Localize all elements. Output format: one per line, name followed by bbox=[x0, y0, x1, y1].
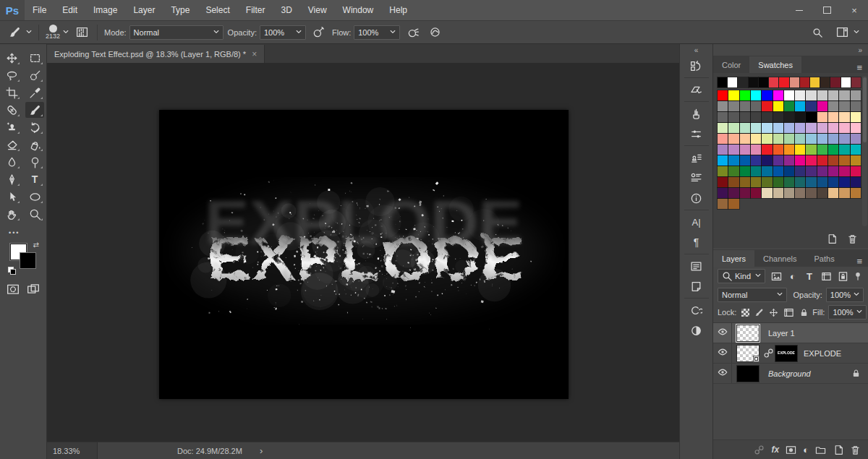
swatch[interactable] bbox=[851, 155, 861, 166]
swatch[interactable] bbox=[806, 123, 816, 133]
lock-paint-icon[interactable] bbox=[754, 308, 764, 317]
swatch[interactable] bbox=[806, 90, 816, 100]
swatch[interactable] bbox=[728, 101, 739, 111]
swatch[interactable] bbox=[839, 90, 849, 100]
swatch[interactable] bbox=[795, 112, 805, 122]
blur-tool[interactable] bbox=[2, 154, 21, 170]
swatch[interactable] bbox=[795, 123, 805, 133]
swatch[interactable] bbox=[817, 177, 827, 187]
new-group-button[interactable] bbox=[815, 445, 826, 455]
swatch[interactable] bbox=[795, 177, 805, 187]
swatch[interactable] bbox=[728, 166, 739, 176]
swatch[interactable] bbox=[773, 155, 783, 166]
delete-layer-button[interactable] bbox=[850, 445, 861, 455]
menu-select[interactable]: Select bbox=[197, 0, 237, 20]
edit-toolbar-button[interactable]: ••• bbox=[0, 229, 20, 236]
swatch[interactable] bbox=[718, 155, 728, 166]
swatch[interactable] bbox=[718, 123, 728, 133]
tab-color[interactable]: Color bbox=[713, 56, 749, 73]
search-icon[interactable] bbox=[809, 24, 826, 41]
marquee-tool[interactable] bbox=[25, 50, 44, 66]
3d-panel-icon[interactable] bbox=[684, 80, 709, 100]
layer-name[interactable]: Layer 1 bbox=[768, 329, 795, 338]
swatch[interactable] bbox=[784, 177, 794, 187]
swatch[interactable] bbox=[751, 188, 761, 198]
swatch[interactable] bbox=[751, 166, 761, 176]
brush-settings-toggle[interactable] bbox=[73, 24, 90, 41]
swatch[interactable] bbox=[773, 188, 783, 198]
swatch[interactable] bbox=[828, 112, 838, 122]
screen-mode-button[interactable] bbox=[27, 283, 40, 296]
swatch[interactable] bbox=[773, 123, 783, 133]
swatch[interactable] bbox=[810, 77, 820, 87]
swatch[interactable] bbox=[718, 134, 728, 144]
brush-tool[interactable] bbox=[25, 102, 44, 118]
swatch[interactable] bbox=[773, 177, 783, 187]
type-tool[interactable]: T bbox=[25, 171, 44, 187]
swatch[interactable] bbox=[828, 145, 838, 155]
swatch[interactable] bbox=[784, 188, 794, 198]
opacity-select[interactable]: 100% bbox=[260, 25, 306, 40]
swatch[interactable] bbox=[762, 177, 772, 187]
tab-close-icon[interactable]: × bbox=[252, 49, 257, 59]
swatch[interactable] bbox=[817, 112, 827, 122]
swatch[interactable] bbox=[762, 134, 772, 144]
swatch[interactable] bbox=[769, 77, 778, 87]
swatch[interactable] bbox=[806, 155, 816, 166]
swatch[interactable] bbox=[759, 77, 768, 87]
swatch[interactable] bbox=[828, 166, 838, 176]
swatch[interactable] bbox=[718, 101, 728, 111]
panel-menu-icon[interactable]: ≡ bbox=[851, 256, 868, 267]
swatch[interactable] bbox=[751, 112, 761, 122]
swatch[interactable] bbox=[718, 199, 728, 209]
swatch[interactable] bbox=[762, 188, 772, 198]
swatch[interactable] bbox=[851, 112, 861, 122]
swatch[interactable] bbox=[728, 188, 739, 198]
swatch[interactable] bbox=[784, 112, 794, 122]
history-panel-icon[interactable] bbox=[684, 56, 709, 76]
mask-link-icon[interactable] bbox=[763, 348, 774, 359]
swatch[interactable] bbox=[728, 90, 739, 100]
history-brush-tool[interactable] bbox=[25, 119, 44, 135]
swatch[interactable] bbox=[751, 177, 761, 187]
swatch[interactable] bbox=[740, 145, 750, 155]
brush-settings-panel-icon[interactable] bbox=[684, 124, 709, 144]
swatch[interactable] bbox=[728, 155, 739, 166]
lock-artboard-icon[interactable] bbox=[783, 307, 794, 318]
swatch[interactable] bbox=[762, 145, 772, 155]
new-adjustment-layer-button[interactable]: ◐ bbox=[803, 445, 809, 455]
swatch[interactable] bbox=[738, 77, 747, 87]
swatch[interactable] bbox=[795, 166, 805, 176]
layer-thumbnail[interactable] bbox=[736, 325, 760, 342]
swatch[interactable] bbox=[784, 145, 794, 155]
menu-filter[interactable]: Filter bbox=[238, 0, 273, 20]
swatch[interactable] bbox=[784, 166, 794, 176]
swatch[interactable] bbox=[795, 101, 805, 111]
link-layers-button[interactable] bbox=[754, 445, 765, 455]
menu-layer[interactable]: Layer bbox=[125, 0, 163, 20]
swatch[interactable] bbox=[806, 101, 816, 111]
swatch[interactable] bbox=[841, 77, 851, 87]
swatch[interactable] bbox=[795, 188, 805, 198]
swatch[interactable] bbox=[728, 199, 739, 209]
layers-opacity-select[interactable]: 100% bbox=[826, 288, 864, 302]
fill-select[interactable]: 100% bbox=[828, 305, 866, 319]
swatch[interactable] bbox=[751, 155, 761, 166]
swatch[interactable] bbox=[740, 166, 750, 176]
swatch[interactable] bbox=[795, 145, 805, 155]
tab-layers[interactable]: Layers bbox=[713, 250, 754, 267]
swatch[interactable] bbox=[817, 188, 827, 198]
document-tab[interactable]: Exploding Text Effect.psd @ 18.3% (Layer… bbox=[47, 45, 265, 63]
swatch[interactable] bbox=[839, 166, 849, 176]
maximize-button[interactable] bbox=[813, 0, 841, 20]
swatch[interactable] bbox=[762, 123, 772, 133]
path-selection-tool[interactable] bbox=[2, 189, 21, 205]
swatch[interactable] bbox=[795, 134, 805, 144]
swatch[interactable] bbox=[762, 101, 772, 111]
swatch[interactable] bbox=[839, 134, 849, 144]
swatch[interactable] bbox=[773, 145, 783, 155]
swatch[interactable] bbox=[751, 90, 761, 100]
minimize-button[interactable] bbox=[786, 0, 813, 20]
swatch[interactable] bbox=[718, 177, 728, 187]
swatch[interactable] bbox=[718, 145, 728, 155]
